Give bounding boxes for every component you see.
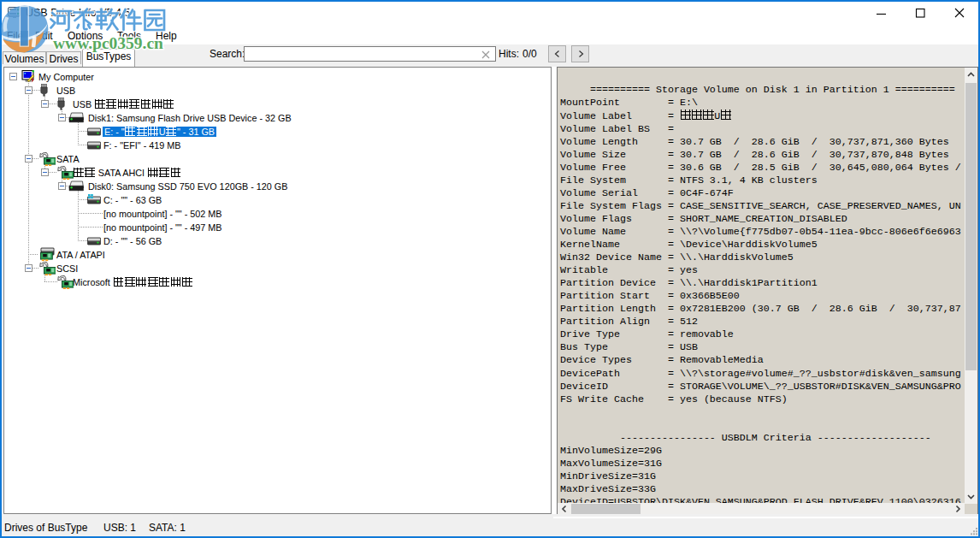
svg-text:www.pc0359.cn: www.pc0359.cn [53, 34, 163, 52]
